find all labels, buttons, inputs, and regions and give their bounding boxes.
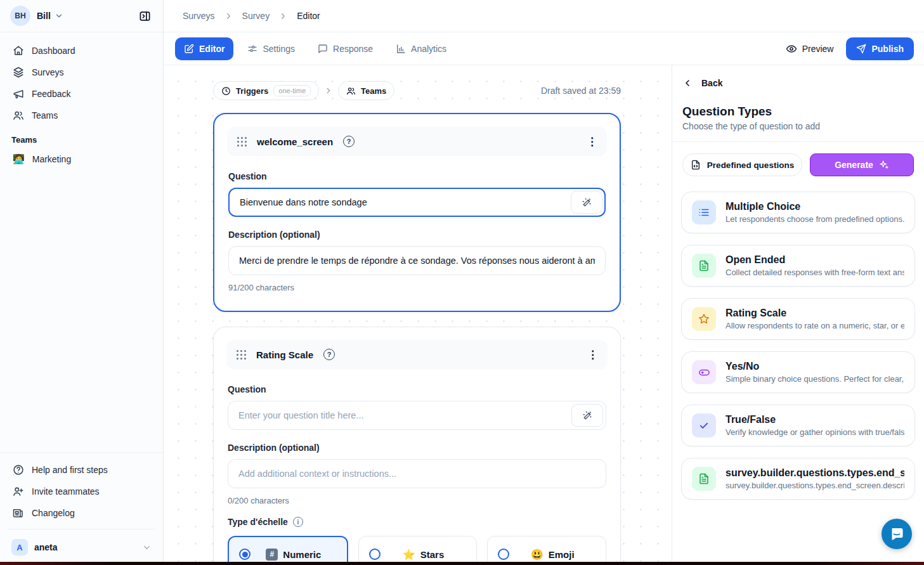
home-icon	[13, 45, 24, 56]
question-card-rating-scale[interactable]: Rating Scale ? ⋮ Question	[213, 327, 621, 565]
triggers-chip[interactable]: Triggers one-time	[213, 81, 319, 100]
sidebar-item-dashboard[interactable]: Dashboard	[6, 40, 157, 62]
magic-wand-button[interactable]	[571, 404, 603, 427]
type-description: Verify knowledge or gather opinions with…	[726, 427, 904, 437]
question-type-multiple-choice[interactable]: Multiple Choice Let respondents choose f…	[681, 192, 915, 233]
sidebar-item-changelog[interactable]: Changelog	[6, 502, 157, 524]
description-input[interactable]	[228, 459, 606, 488]
smiley-emoji: 😃	[531, 549, 543, 561]
scale-option-stars[interactable]: ⭐ Stars	[358, 536, 478, 565]
team-name: Marketing	[32, 154, 71, 164]
star-emoji: ⭐	[403, 549, 415, 561]
type-description: Collect detailed responses with free-for…	[726, 268, 904, 277]
predefined-questions-button[interactable]: Predefined questions	[682, 153, 802, 176]
scale-option-numeric[interactable]: # Numeric	[228, 536, 348, 565]
toggle-icon	[692, 360, 716, 384]
pencil-square-icon	[184, 44, 194, 54]
chat-bubble-icon	[889, 526, 904, 542]
panel-collapse-icon	[139, 10, 151, 22]
clock-icon	[221, 86, 231, 96]
sidebar-item-label: Surveys	[32, 67, 64, 77]
type-description: Simple binary choice questions. Perfect …	[726, 374, 904, 384]
back-button[interactable]: Back	[672, 78, 924, 88]
question-type-end-screen[interactable]: survey.builder.questions.types.end_scr..…	[681, 458, 915, 500]
drag-handle-icon[interactable]	[237, 350, 246, 360]
drag-handle-icon[interactable]	[237, 137, 247, 146]
tab-analytics[interactable]: Analytics	[387, 37, 455, 60]
user-name[interactable]: Bill	[37, 11, 51, 21]
option-label: Numeric	[283, 549, 321, 560]
question-title-input[interactable]	[228, 401, 606, 430]
card-header: welcome_screen ? ⋮	[227, 127, 607, 156]
breadcrumb-editor: Editor	[297, 11, 320, 21]
description-input[interactable]	[228, 246, 606, 275]
scale-type-label-text: Type d'échelle	[228, 517, 288, 527]
sidebar-item-invite[interactable]: Invite teammates	[6, 481, 157, 502]
card-menu-button[interactable]: ⋮	[587, 349, 599, 360]
teams-chip[interactable]: Teams	[338, 81, 394, 100]
panel-subtitle: Choose the type of question to add	[672, 121, 924, 141]
divider	[8, 529, 155, 529]
question-card-welcome-screen[interactable]: welcome_screen ? ⋮ Question	[213, 113, 621, 312]
generate-label: Generate	[835, 160, 873, 170]
sidebar: BH Bill Dashboard	[0, 0, 164, 565]
scale-option-emoji[interactable]: 😃 Emoji	[487, 536, 606, 565]
tab-editor[interactable]: Editor	[175, 37, 233, 60]
breadcrumb: Surveys Survey Editor	[164, 0, 924, 32]
chevron-right-icon	[278, 11, 288, 21]
megaphone-icon	[13, 88, 24, 100]
sidebar-team-marketing[interactable]: 🧑‍💻 Marketing	[6, 148, 157, 170]
breadcrumb-survey[interactable]: Survey	[242, 11, 270, 21]
question-type-yes-no[interactable]: Yes/No Simple binary choice questions. P…	[681, 351, 915, 393]
file-text-icon	[692, 254, 716, 278]
chevron-right-icon	[224, 11, 233, 21]
question-label: Question	[228, 171, 606, 181]
tab-label: Analytics	[411, 44, 446, 54]
preview-label: Preview	[802, 44, 834, 54]
sidebar-item-feedback[interactable]: Feedback	[6, 83, 157, 105]
predefined-label: Predefined questions	[707, 160, 794, 170]
question-type-rating-scale[interactable]: Rating Scale Allow respondents to rate o…	[681, 298, 915, 340]
info-icon: i	[293, 517, 303, 527]
type-description: survey.builder.questions.types.end_scree…	[726, 481, 904, 490]
question-label: Question	[228, 384, 606, 394]
magic-wand-button[interactable]	[571, 191, 602, 214]
sidebar-item-label: Help and first steps	[32, 465, 108, 475]
layers-icon	[13, 67, 24, 78]
sidebar-item-help[interactable]: Help and first steps	[6, 459, 157, 481]
chat-launcher-button[interactable]	[882, 519, 912, 549]
panel-actions: Predefined questions Generate	[672, 142, 924, 181]
sidebar-item-teams[interactable]: Teams	[6, 105, 157, 126]
radio-unselected[interactable]	[369, 549, 381, 560]
sidebar-item-surveys[interactable]: Surveys	[6, 62, 157, 83]
radio-selected[interactable]	[239, 549, 251, 560]
survey-meta-row: Triggers one-time Teams Draft saved at 2…	[213, 81, 621, 100]
radio-unselected[interactable]	[498, 549, 509, 560]
type-title: True/False	[726, 414, 904, 425]
publish-button[interactable]: Publish	[846, 37, 914, 60]
help-circle-icon[interactable]: ?	[343, 136, 355, 147]
question-type-open-ended[interactable]: Open Ended Collect detailed responses wi…	[681, 245, 915, 287]
sidebar-item-label: Dashboard	[32, 46, 75, 56]
hash-keycap-icon: #	[266, 549, 278, 561]
help-circle-icon[interactable]: ?	[323, 349, 335, 360]
organization-switcher[interactable]: A aneta	[6, 535, 157, 560]
card-menu-button[interactable]: ⋮	[587, 136, 598, 147]
question-type-true-false[interactable]: True/False Verify knowledge or gather op…	[681, 405, 915, 446]
collapse-sidebar-button[interactable]	[135, 6, 154, 25]
bar-chart-icon	[396, 44, 406, 54]
magic-wand-icon	[582, 410, 593, 421]
panel-title: Question Types	[672, 88, 924, 121]
generate-button[interactable]: Generate	[810, 153, 914, 176]
tab-settings[interactable]: Settings	[238, 37, 304, 60]
question-title-input[interactable]	[228, 188, 606, 217]
breadcrumb-surveys[interactable]: Surveys	[183, 11, 215, 21]
sparkles-icon	[879, 160, 889, 170]
preview-button[interactable]: Preview	[778, 37, 842, 60]
user-avatar[interactable]: BH	[10, 6, 30, 26]
users-icon	[346, 86, 356, 96]
sidebar-item-label: Teams	[32, 110, 58, 120]
sidebar-item-label: Changelog	[32, 508, 75, 518]
tab-response[interactable]: Response	[309, 37, 382, 60]
type-description: Allow respondents to rate on a numeric, …	[726, 321, 904, 330]
